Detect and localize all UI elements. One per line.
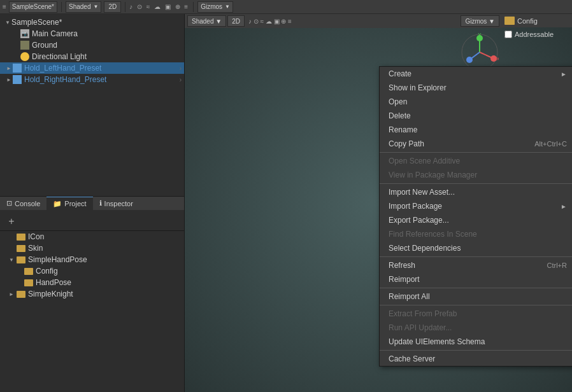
menu-refresh[interactable]: Refresh Ctrl+R [380,258,572,272]
hierarchy-item-ground[interactable]: Ground [0,39,184,51]
menu-run-api-updater: Run API Updater... [380,321,572,335]
menu-import-new-asset[interactable]: Import New Asset... [380,185,572,199]
menu-copy-path-label: Copy Path [389,139,424,148]
left-panel: ▼ SampleScene* 📷 Main Camera Ground Dire… [0,14,185,392]
camera-icon: 📷 [20,29,29,38]
bottom-tabs: ⊡ Console 📁 Project ℹ Inspector [0,196,184,210]
scene-label: SampleScene* [11,18,62,27]
sep3 [193,2,194,12]
folder-icon-handpose [24,279,33,286]
menu-update-uielements-label: Update UIElements Schema [389,337,485,346]
top-toolbar: ≡ SampleScene* Shaded ▼ 2D ♪ ⊙ ≈ ☁ ▣ ⊕ ≡… [0,0,572,14]
project-item-handpose[interactable]: HandPose [0,277,184,288]
menu-find-references: Find References In Scene [380,227,572,241]
ground-icon [20,41,29,50]
viewport-toolbar: Shaded ▼ 2D ♪ ⊙ ≈ ☁ ▣ ⊕ ≡ Gizmos ▼ [185,14,502,28]
expand-arrow2: ► [6,66,13,71]
menu-import-package-label: Import Package [389,202,442,211]
menu-open[interactable]: Open [380,95,572,109]
svg-text:X: X [496,56,499,62]
tab-project[interactable]: 📁 Project [46,197,92,211]
menu-view-package-manager-label: View in Package Manager [389,171,477,179]
expand-shp: ▼ [9,257,17,263]
menu-delete[interactable]: Delete [380,109,572,123]
menu-update-uielements[interactable]: Update UIElements Schema [380,335,572,349]
scene-name-btn[interactable]: SampleScene* [9,1,57,13]
menu-run-api-updater-label: Run API Updater... [389,323,452,332]
tab-console[interactable]: ⊡ Console [0,197,46,211]
menu-cache-server-label: Cache Server [389,354,435,363]
context-menu-main: Create ► Show in Explorer Open Delete Re… [379,66,572,367]
right-hand-label: Hold_RightHand_Preset [24,75,106,84]
tab-console-label: Console [15,200,40,207]
chevron-down-icon: ▼ [93,4,98,10]
cube-icon-left [13,64,22,73]
viewport-icons: ♪ ⊙ ≈ ☁ ▣ ⊕ ≡ [248,18,292,25]
menu-show-explorer[interactable]: Show in Explorer [380,81,572,95]
menu-copy-path[interactable]: Copy Path Alt+Ctrl+C [380,137,572,151]
menu-reimport-all[interactable]: Reimport All [380,290,572,304]
ground-label: Ground [32,41,57,50]
menu-open-scene-additive: Open Scene Additive [380,154,572,168]
project-item-simpleknight[interactable]: ► SimpleKnight [0,288,184,300]
submenu-arrow-import: ► [561,203,567,210]
menu-reimport[interactable]: Reimport [380,272,572,286]
addressable-row: Addressable [502,28,572,41]
hierarchy-panel: ▼ SampleScene* 📷 Main Camera Ground Dire… [0,14,184,196]
menu-extract-from-prefab-label: Extract From Prefab [389,309,457,318]
project-icon: 📁 [53,200,62,208]
hierarchy-item-righthand[interactable]: ► Hold_RightHand_Preset › [0,74,184,85]
chevron-down-icon2: ▼ [225,4,230,10]
unity-logo: ≡ [3,3,6,10]
hierarchy-item-dirlight[interactable]: Directional Light [0,51,184,62]
sep-5 [380,305,572,305]
project-item-config[interactable]: Config [0,265,184,277]
refresh-shortcut: Ctrl+R [547,262,567,269]
menu-export-package-label: Export Package... [389,216,449,225]
menu-rename[interactable]: Rename [380,123,572,137]
menu-refresh-label: Refresh [389,261,415,270]
viewport-shading-btn[interactable]: Shaded ▼ [187,15,226,27]
menu-delete-label: Delete [389,111,411,120]
config-panel: Config [502,14,572,27]
hierarchy-item-samplescene[interactable]: ▼ SampleScene* [0,17,184,28]
menu-find-references-label: Find References In Scene [389,230,477,239]
2d-toggle-btn[interactable]: 2D [104,1,121,13]
folder-icon-sk [17,291,25,298]
gizmos-btn[interactable]: Gizmos ▼ [197,1,233,13]
folder-icon-skin [17,245,25,252]
menu-export-package[interactable]: Export Package... [380,213,572,227]
project-item-simplehandpose[interactable]: ▼ SimpleHandPose [0,254,184,265]
menu-select-dependencies[interactable]: Select Dependencies [380,241,572,255]
inspector-icon: ℹ [99,199,102,207]
console-icon: ⊡ [6,199,12,207]
add-asset-button[interactable]: + [5,215,18,228]
viewport-2d-btn[interactable]: 2D [227,15,245,27]
submenu-arrow-create: ► [561,71,567,78]
config-folder-icon [504,17,515,25]
gizmos-label: Gizmos [201,3,222,10]
tab-inspector[interactable]: ℹ Inspector [93,197,139,211]
config-panel-title: Config [517,17,538,25]
gizmos-dropdown-btn[interactable]: Gizmos ▼ [461,15,499,27]
config-label: Config [36,267,58,276]
tab-inspector-label: Inspector [104,200,133,207]
menu-reimport-label: Reimport [389,275,420,284]
directional-light-label: Directional Light [32,52,87,61]
addressable-checkbox[interactable] [504,31,512,38]
expand-arrow3: ► [6,77,13,83]
menu-create[interactable]: Create ► [380,67,572,81]
menu-import-package[interactable]: Import Package ► [380,199,572,213]
shading-mode-btn[interactable]: Shaded ▼ [66,1,101,13]
sep-6 [380,350,572,351]
folder-icon-icon [17,234,25,241]
scene-tab-label: SampleScene* [12,3,54,10]
menu-cache-server[interactable]: Cache Server [380,352,572,366]
project-item-skin[interactable]: Skin [0,242,184,254]
simpleknight-label: SimpleKnight [28,290,73,298]
hierarchy-item-maincamera[interactable]: 📷 Main Camera [0,28,184,39]
project-item-icon[interactable]: ICon [0,231,184,242]
addressable-label: Addressable [515,31,554,38]
hierarchy-item-lefthand[interactable]: ► Hold_LeftHand_Preset › [0,62,184,74]
expand-arrow: ▼ [5,20,11,25]
